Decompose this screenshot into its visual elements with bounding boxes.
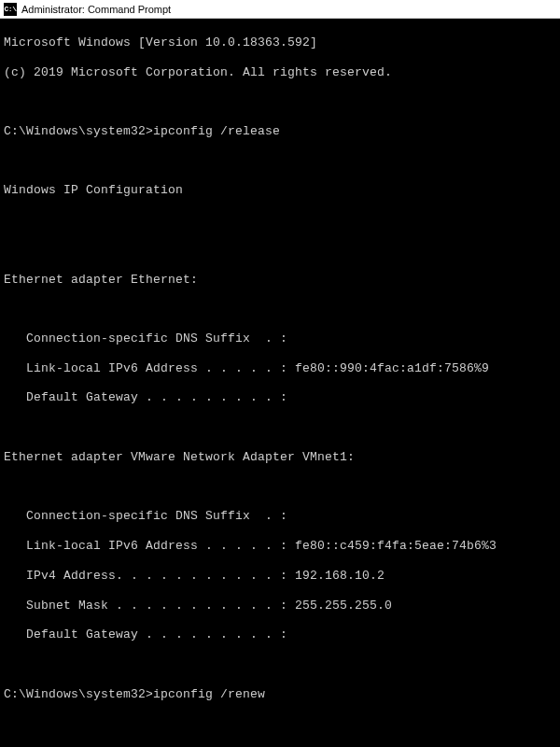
cmd-icon: C:\ <box>4 3 17 16</box>
ipconfig-header: Windows IP Configuration <box>4 183 556 198</box>
window-title: Administrator: Command Prompt <box>21 4 171 15</box>
blank-line <box>4 94 556 109</box>
dns-suffix: Connection-specific DNS Suffix . : <box>4 331 556 346</box>
prompt-renew: C:\Windows\system32>ipconfig /renew <box>4 687 556 702</box>
prompt-release: C:\Windows\system32>ipconfig /release <box>4 124 556 139</box>
blank-line <box>4 243 556 258</box>
adapter-header-vmnet: Ethernet adapter VMware Network Adapter … <box>4 450 556 465</box>
blank-line <box>4 154 556 169</box>
blank-line <box>4 420 556 435</box>
ipv6-address: Link-local IPv6 Address . . . . . : fe80… <box>4 361 556 376</box>
default-gateway: Default Gateway . . . . . . . . . : <box>4 390 556 405</box>
ipv4-address: IPv4 Address. . . . . . . . . . . : 192.… <box>4 569 556 584</box>
default-gateway: Default Gateway . . . . . . . . . : <box>4 627 556 642</box>
blank-line <box>4 213 556 228</box>
copyright-line: (c) 2019 Microsoft Corporation. All righ… <box>4 65 556 80</box>
blank-line <box>4 302 556 317</box>
ipv6-address: Link-local IPv6 Address . . . . . : fe80… <box>4 539 556 554</box>
dns-suffix: Connection-specific DNS Suffix . : <box>4 509 556 524</box>
blank-line <box>4 657 556 672</box>
blank-line <box>4 480 556 495</box>
adapter-header-ethernet: Ethernet adapter Ethernet: <box>4 273 556 288</box>
terminal-output[interactable]: Microsoft Windows [Version 10.0.18363.59… <box>0 19 560 747</box>
version-line: Microsoft Windows [Version 10.0.18363.59… <box>4 35 556 50</box>
titlebar[interactable]: C:\ Administrator: Command Prompt <box>0 0 560 19</box>
subnet-mask: Subnet Mask . . . . . . . . . . . : 255.… <box>4 599 556 613</box>
blank-line <box>4 716 556 731</box>
